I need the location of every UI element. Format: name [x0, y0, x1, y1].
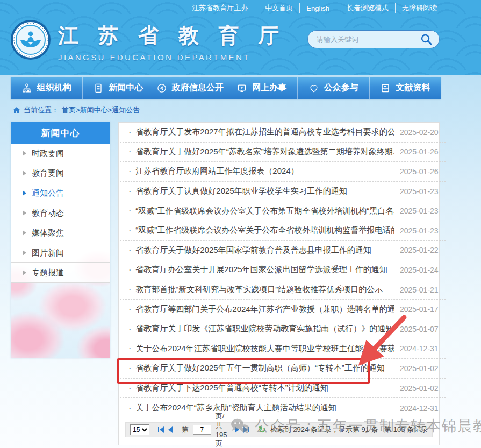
nav-label: 文献资料	[396, 82, 430, 94]
sidebar-item-education-trends[interactable]: 教育动态	[11, 203, 110, 223]
notice-title[interactable]: 教育部首批“新文科研究与改革实践项目”结题验收推荐优秀项目的公示	[135, 285, 394, 295]
search-box	[307, 30, 440, 48]
first-page-button[interactable]	[158, 426, 164, 433]
breadcrumb-prefix: 当前位置：	[24, 105, 59, 115]
bullet: ·	[128, 285, 131, 295]
notice-date: 2025-01-21	[400, 286, 439, 294]
nav-item-public-participation[interactable]: 公众参与	[298, 77, 370, 99]
topbar-link-accessibility[interactable]: 无障碍阅读	[402, 3, 437, 13]
sidebar-item-education-news[interactable]: 教育要闻	[11, 163, 110, 183]
magnolia-flower-image	[11, 283, 110, 358]
prev-page-button[interactable]	[168, 426, 173, 433]
sidebar-item-label: 专题报道	[32, 268, 64, 278]
info-disclosure-icon	[156, 83, 167, 94]
bullet: ·	[128, 167, 131, 176]
sidebar-item-media-focus[interactable]: 媒体聚焦	[11, 223, 110, 243]
notice-date: 2024-12-31	[400, 344, 439, 353]
notice-row[interactable]: ·省教育厅关于下达2025年普通高校“专转本”计划的通知2025-01-02	[120, 379, 446, 399]
bullet: ·	[128, 383, 131, 393]
refresh-icon[interactable]: ↻	[258, 425, 265, 435]
chevron-right-icon	[23, 230, 26, 236]
next-page-button[interactable]	[235, 426, 239, 433]
notice-date: 2025-01-24	[400, 266, 439, 274]
bullet: ·	[128, 226, 131, 236]
notice-title[interactable]: “双减”工作省级联席会议办公室关于公布第五期全省校外培训机构“黑白名单...	[135, 206, 394, 216]
notice-title[interactable]: 省教育厅等四部门关于公布2024年江苏省产业教授（兼职）选聘名单的通知	[135, 304, 394, 315]
online-service-icon	[236, 83, 247, 94]
sidebar-item-label: 媒体聚焦	[32, 228, 64, 238]
notice-row[interactable]: ·省教育厅办公室关于开展2025年国家公派出国留学选派受理工作的通知2025-0…	[120, 260, 446, 280]
notice-title[interactable]: 关于公布2024年江苏省职业院校技能大赛中等职业学校班主任能力比赛获奖...	[135, 344, 394, 354]
notice-title[interactable]: 省教育厅关于做好2025年国家学前教育普及普惠县申报工作的通知	[135, 245, 394, 255]
department-logo-icon	[11, 20, 51, 60]
nav-item-online-services[interactable]: 网上办事	[226, 77, 298, 99]
topbar-link-elder-mode[interactable]: 长者浏览模式	[347, 3, 396, 13]
notice-title[interactable]: 省教育厅关于印发《江苏省职业院校劳动教育实施指南（试行）》的通知	[135, 324, 394, 334]
sidebar: 新闻中心 时政要闻 教育要闻 通知公告 教育动态 媒体聚焦 图片新闻 专题报道	[11, 122, 110, 358]
notice-title[interactable]: 江苏省教育厅政府网站工作年度报表（2024）	[135, 166, 394, 176]
chevron-right-icon	[23, 270, 26, 275]
last-page-button[interactable]	[243, 426, 249, 433]
notice-date: 2025-01-26	[400, 167, 439, 176]
notice-title[interactable]: 省教育厅关于发布2027年拟在江苏招生的普通高校专业选考科目要求的公告	[135, 127, 394, 137]
page-number-input[interactable]	[193, 425, 211, 435]
bullet: ·	[128, 127, 131, 137]
notice-title[interactable]: 省教育厅关于做好2025年“苏教名家”培养对象遴选暨第二期培养对象终期...	[135, 147, 394, 157]
notice-title[interactable]: 省教育厅关于做好2025年五年一贯制高职（高师）“专转本”工作的通知	[135, 363, 394, 373]
notice-title[interactable]: 关于公布2024年“苏乡永助”资助育人主题活动结果的通知	[135, 403, 394, 413]
notice-row[interactable]: ·省教育厅关于做好2025年国家学前教育普及普惠县申报工作的通知2025-01-…	[120, 241, 446, 261]
bullet: ·	[128, 403, 131, 413]
sidebar-item-current-affairs[interactable]: 时政要闻	[11, 144, 110, 163]
notice-row[interactable]: ·省教育厅关于做好2025年“苏教名家”培养对象遴选暨第二期培养对象终期...2…	[120, 143, 446, 162]
bullet: ·	[128, 265, 131, 275]
nav-item-news-center[interactable]: 新闻中心	[83, 77, 155, 99]
nav-label: 组织机构	[37, 82, 71, 94]
sidebar-item-special-reports[interactable]: 专题报道	[11, 263, 110, 283]
notice-title[interactable]: “双减”工作省级联席会议办公室关于公布全省校外培训机构监督举报电话的公...	[135, 225, 394, 236]
notice-row[interactable]: ·“双减”工作省级联席会议办公室关于公布全省校外培训机构监督举报电话的公...2…	[120, 221, 446, 241]
chevron-right-icon	[23, 151, 26, 156]
sidebar-item-photo-news[interactable]: 图片新闻	[11, 243, 110, 263]
breadcrumb-path[interactable]: 首页>新闻中心>通知公告	[62, 105, 140, 115]
notice-date: 2024-12-31	[400, 404, 439, 413]
notice-row[interactable]: ·关于公布2024年江苏省职业院校技能大赛中等职业学校班主任能力比赛获奖...2…	[120, 339, 446, 359]
sidebar-item-label: 通知公告	[32, 188, 64, 198]
page-label-suffix: 页/共 195 页	[216, 411, 231, 448]
notice-row[interactable]: ·省教育厅等四部门关于公布2024年江苏省产业教授（兼职）选聘名单的通知2025…	[120, 300, 446, 319]
notice-date: 2025-01-26	[400, 147, 439, 156]
nav-item-organization[interactable]: 组织机构	[11, 77, 83, 99]
bullet: ·	[128, 304, 131, 314]
bullet: ·	[128, 324, 131, 334]
notice-row[interactable]: ·省教育厅关于印发《江苏省职业院校劳动教育实施指南（试行）》的通知2025-01…	[120, 319, 446, 339]
site-title-en: JIANGSU EDUCATION DEPARTMENT	[58, 53, 286, 62]
notice-date: 2025-01-17	[400, 305, 439, 314]
notice-title[interactable]: 省教育厅办公室关于开展2025年国家公派出国留学选派受理工作的通知	[135, 265, 394, 275]
notice-row-highlighted[interactable]: ·省教育厅关于做好2025年五年一贯制高职（高师）“专转本”工作的通知2025-…	[120, 359, 446, 379]
topbar-link-host[interactable]: 江苏省教育厅主办	[192, 3, 248, 13]
breadcrumb: 当前位置： 首页>新闻中心>通知公告	[13, 104, 140, 116]
documents-archive-icon	[380, 83, 391, 94]
notice-row[interactable]: ·“双减”工作省级联席会议办公室关于公布第五期全省校外培训机构“黑白名单...2…	[120, 201, 446, 221]
nav-item-documents[interactable]: 文献资料	[370, 77, 441, 99]
nav-item-info-disclosure[interactable]: 政府信息公开	[154, 77, 226, 99]
notice-list-panel: ·省教育厅关于发布2027年拟在江苏招生的普通高校专业选考科目要求的公告2025…	[118, 122, 440, 445]
topbar-link-english[interactable]: English	[306, 4, 329, 12]
notice-date: 2025-01-02	[400, 384, 439, 393]
search-icon[interactable]	[420, 33, 433, 46]
notice-row[interactable]: ·教育部首批“新文科研究与改革实践项目”结题验收推荐优秀项目的公示2025-01…	[120, 280, 446, 300]
page-size-select[interactable]: 15	[130, 424, 149, 435]
notice-row[interactable]: ·省教育厅关于认真做好2025年职业学校学生实习工作的通知2025-01-23	[120, 182, 446, 202]
notice-title[interactable]: 省教育厅关于认真做好2025年职业学校学生实习工作的通知	[135, 186, 394, 196]
nav-label: 公众参与	[324, 82, 358, 94]
search-input[interactable]	[317, 35, 420, 44]
home-icon	[13, 107, 20, 114]
notice-row[interactable]: ·江苏省教育厅政府网站工作年度报表（2024）2025-01-26	[120, 162, 446, 182]
sidebar-item-notices[interactable]: 通知公告	[11, 183, 110, 203]
notice-title[interactable]: 省教育厅关于下达2025年普通高校“专转本”计划的通知	[135, 383, 394, 393]
notice-row[interactable]: ·关于公布2024年“苏乡永助”资助育人主题活动结果的通知2024-12-31	[120, 398, 446, 418]
notice-row[interactable]: ·省教育厅关于发布2027年拟在江苏招生的普通高校专业选考科目要求的公告2025…	[120, 123, 446, 143]
chevron-right-icon	[23, 250, 26, 255]
notice-date: 2025-01-02	[400, 364, 439, 373]
topbar-link-chinese-home[interactable]: 中文首页	[265, 3, 300, 13]
bullet: ·	[128, 147, 131, 157]
